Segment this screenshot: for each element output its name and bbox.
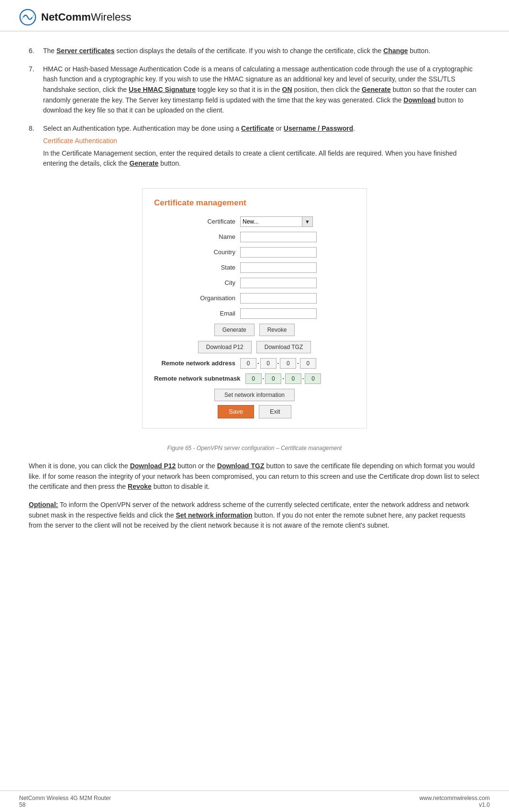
remote-addr-octet-3[interactable] <box>280 358 296 369</box>
generate-term-2: Generate <box>130 159 159 167</box>
form-row-remote-address: Remote network address · · · <box>154 358 355 369</box>
subnet-octet-1[interactable] <box>245 373 262 384</box>
save-exit-row: Save Exit <box>154 405 355 418</box>
footer-version: v1.0 <box>420 801 490 808</box>
para-1: When it is done, you can click the Downl… <box>29 461 480 492</box>
generate-button[interactable]: Generate <box>214 324 254 336</box>
generate-term: Generate <box>362 86 391 93</box>
revoke-button[interactable]: Revoke <box>259 324 295 336</box>
form-row-organisation: Organisation <box>154 293 355 304</box>
remote-addr-octet-1[interactable] <box>240 358 256 369</box>
footer-right: www.netcommwireless.com v1.0 <box>420 795 490 808</box>
label-organisation: Organisation <box>154 294 240 302</box>
footer-product: NetComm Wireless 4G M2M Router <box>19 795 111 801</box>
list-num-7: 7. <box>29 64 43 116</box>
optional-term: Optional: <box>29 501 58 508</box>
figure-caption: Figure 65 - OpenVPN server configuration… <box>167 445 342 451</box>
dl-p12-term: Download P12 <box>130 462 176 470</box>
list-body-8: Select an Authentication type. Authentic… <box>43 124 480 169</box>
city-input[interactable] <box>240 278 317 288</box>
cert-select-wrapper[interactable]: ▼ <box>240 216 313 227</box>
form-row-email: Email <box>154 308 355 319</box>
label-remote-subnet: Remote network subnetmask <box>154 375 245 382</box>
remote-subnet-ip[interactable]: · · · <box>245 373 321 384</box>
set-network-btn[interactable]: Set network information <box>214 389 295 401</box>
figure-container: Certificate management Certificate ▼ Nam… <box>142 188 367 429</box>
cert-auth-body: In the Certificate Management section, e… <box>43 148 480 169</box>
username-password-term: Username / Password <box>284 124 354 132</box>
list-item-7: 7. HMAC or Hash-based Message Authentica… <box>29 64 480 116</box>
set-network-term: Set network information <box>176 511 252 519</box>
label-name: Name <box>154 233 240 240</box>
form-row-certificate: Certificate ▼ <box>154 216 355 227</box>
ip-dot-5: · <box>262 375 266 382</box>
list-num-6: 6. <box>29 46 43 56</box>
figure-wrapper: Certificate management Certificate ▼ Nam… <box>29 177 480 451</box>
label-email: Email <box>154 310 240 317</box>
ip-dot-6: · <box>281 375 285 382</box>
remote-addr-octet-2[interactable] <box>260 358 277 369</box>
label-country: Country <box>154 248 240 256</box>
email-input[interactable] <box>240 308 317 319</box>
header: NetCommWireless <box>0 0 509 32</box>
generate-revoke-row: Generate Revoke <box>154 324 355 336</box>
footer-left: NetComm Wireless 4G M2M Router 58 <box>19 795 111 808</box>
country-input[interactable] <box>240 247 317 258</box>
logo: NetCommWireless <box>19 9 131 26</box>
ip-dot-2: · <box>277 360 280 367</box>
set-network-row: Set network information <box>154 389 355 401</box>
download-tgz-button[interactable]: Download TGZ <box>256 341 311 353</box>
list-body-6: The Server certificates section displays… <box>43 46 480 56</box>
footer: NetComm Wireless 4G M2M Router 58 www.ne… <box>0 790 509 812</box>
list-num-8: 8. <box>29 124 43 169</box>
remote-addr-octet-4[interactable] <box>300 358 316 369</box>
label-remote-address: Remote network address <box>154 360 240 367</box>
save-button[interactable]: Save <box>218 405 254 418</box>
list-body-7: HMAC or Hash-based Message Authenticatio… <box>43 64 480 116</box>
footer-website: www.netcommwireless.com <box>420 795 490 801</box>
logo-icon <box>19 9 36 26</box>
form-row-city: City <box>154 278 355 288</box>
use-hmac-term: Use HMAC Signature <box>129 86 196 93</box>
ip-dot-1: · <box>256 360 260 367</box>
download-term: Download <box>404 96 436 104</box>
cert-dropdown-btn[interactable]: ▼ <box>302 216 313 227</box>
form-row-remote-subnet: Remote network subnetmask · · · <box>154 373 355 384</box>
logo-text: NetCommWireless <box>41 11 131 23</box>
organisation-input[interactable] <box>240 293 317 304</box>
subnet-octet-3[interactable] <box>285 373 301 384</box>
remote-address-ip[interactable]: · · · <box>240 358 316 369</box>
para-2: Optional: To inform the OpenVPN server o… <box>29 500 480 531</box>
download-p12-button[interactable]: Download P12 <box>198 341 252 353</box>
ip-dot-3: · <box>296 360 300 367</box>
main-content: 6. The Server certificates section displ… <box>0 32 509 567</box>
name-input[interactable] <box>240 232 317 242</box>
dl-tgz-term: Download TGZ <box>217 462 265 470</box>
label-certificate: Certificate <box>154 218 240 225</box>
footer-page: 58 <box>19 801 111 808</box>
on-term: ON <box>282 86 292 93</box>
figure-title: Certificate management <box>154 198 355 208</box>
subnet-octet-2[interactable] <box>265 373 281 384</box>
ip-dot-7: · <box>301 375 305 382</box>
change-term: Change <box>383 47 408 55</box>
certificate-term: Certificate <box>241 124 274 132</box>
state-input[interactable] <box>240 262 317 273</box>
list-item-8: 8. Select an Authentication type. Authen… <box>29 124 480 169</box>
label-state: State <box>154 264 240 271</box>
form-row-name: Name <box>154 232 355 242</box>
exit-button[interactable]: Exit <box>259 405 291 418</box>
label-city: City <box>154 279 240 286</box>
server-certs-term: Server certificates <box>56 47 114 55</box>
download-row: Download P12 Download TGZ <box>154 341 355 353</box>
form-row-state: State <box>154 262 355 273</box>
form-row-country: Country <box>154 247 355 258</box>
list-item-6: 6. The Server certificates section displ… <box>29 46 480 56</box>
certificate-select[interactable] <box>240 216 302 227</box>
revoke-term: Revoke <box>128 483 152 490</box>
subnet-octet-4[interactable] <box>305 373 321 384</box>
cert-auth-heading: Certificate Authentication <box>43 136 480 147</box>
